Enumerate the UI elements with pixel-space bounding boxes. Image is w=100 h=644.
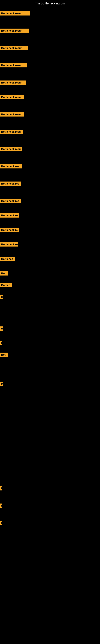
bottleneck-result-item: Bottlen [0,283,12,287]
bottleneck-result-item: Bottleneck resu [0,112,24,116]
bottleneck-result-item: Bott [0,271,8,276]
bottleneck-result-item: Bottlenec [0,257,15,261]
bottleneck-result-item: Bottleneck res [0,182,21,186]
bottleneck-result-item: B [0,295,3,299]
bottleneck-result-item: B [0,382,3,386]
bottleneck-result-item: Bottleneck result [0,11,30,16]
bottleneck-result-item: Bottleneck resu [0,95,24,99]
bottleneck-result-item: B [0,504,2,508]
bottleneck-result-item: Bottleneck resu [0,147,22,151]
bottleneck-result-item: Bottleneck re [0,213,19,218]
bottleneck-result-item: Bottleneck result [0,63,27,68]
bottleneck-result-item: Bottleneck resu [0,130,23,134]
bottleneck-result-item: B [0,521,2,525]
bottleneck-result-item: Bottleneck re [0,228,19,232]
bottleneck-result-item: B [0,341,2,345]
bottleneck-result-item: B [0,326,3,331]
bottleneck-result-item: Bottleneck res [0,199,21,203]
bottleneck-result-item: Bott [0,352,8,357]
bottleneck-result-item: Bottleneck result [0,80,26,85]
bottleneck-result-item: Bottleneck re [0,242,18,246]
bottleneck-result-item: Bottleneck res [0,164,22,168]
bottleneck-result-item: Bottleneck result [0,28,29,33]
site-title: TheBottlenecker.com [0,0,100,7]
bottleneck-result-item: B [0,486,2,490]
bottleneck-result-item: Bottleneck result [0,46,28,50]
